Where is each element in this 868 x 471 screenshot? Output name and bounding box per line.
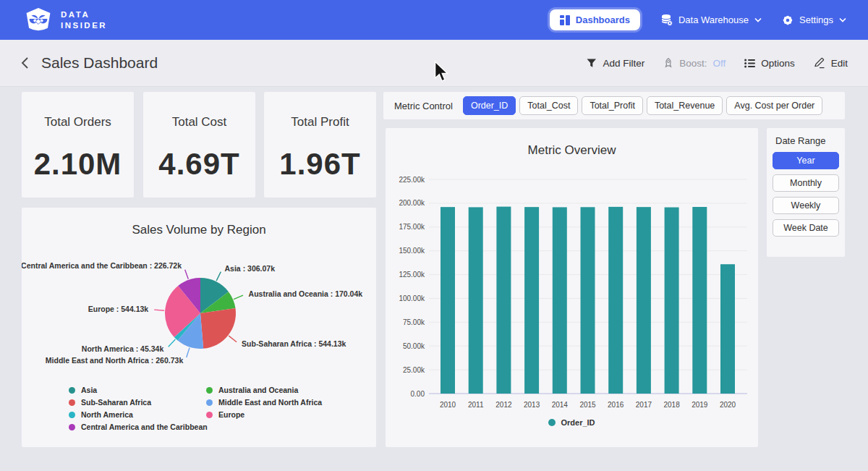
sales-volume-chart-card: Sales Volume by Region Asia : 306.07kAus…: [22, 208, 376, 447]
chevron-down-icon: [839, 17, 846, 22]
metric-option-avg-cost-per-order[interactable]: Avg. Cost per Order: [726, 96, 822, 115]
kpi-card-total-orders: Total Orders 2.10M: [22, 92, 134, 198]
legend-dot: [69, 412, 75, 418]
list-options-icon: [744, 59, 755, 68]
legend-label: Sub-Saharan Africa: [81, 398, 151, 407]
svg-text:200.00k: 200.00k: [399, 199, 425, 207]
app-screen: DATA INSIDER Dashboards: [0, 0, 868, 471]
top-nav: DATA INSIDER Dashboards: [0, 0, 868, 40]
svg-text:2014: 2014: [552, 401, 569, 409]
edit-button[interactable]: Edit: [814, 57, 848, 69]
pie-chart-title: Sales Volume by Region: [22, 223, 376, 237]
metric-option-total-revenue[interactable]: Total_Revenue: [647, 96, 723, 115]
pencil-icon: [814, 57, 825, 69]
kpi-value: 4.69T: [158, 147, 239, 182]
logo-text: DATA INSIDER: [61, 9, 107, 31]
legend-label: Middle East and North Africa: [218, 398, 322, 407]
settings-label: Settings: [799, 14, 833, 25]
add-filter-button[interactable]: Add Filter: [587, 58, 644, 69]
pie-legend-item: North America: [69, 410, 208, 419]
legend-label: Europe: [218, 410, 244, 419]
app-logo: DATA INSIDER: [25, 7, 107, 33]
boost-toggle[interactable]: Boost: Off: [663, 58, 726, 69]
svg-text:2019: 2019: [692, 401, 708, 409]
date-range-year[interactable]: Year: [773, 152, 839, 169]
metric-option-order-id[interactable]: Order_ID: [463, 96, 516, 115]
legend-label: Asia: [81, 386, 97, 394]
settings-menu[interactable]: Settings: [782, 14, 846, 26]
metric-option-total-profit[interactable]: Total_Profit: [582, 96, 643, 115]
svg-text:175.00k: 175.00k: [399, 223, 425, 231]
page-title: Sales Dashboard: [41, 54, 158, 72]
dashboards-label: Dashboards: [576, 14, 630, 25]
legend-label: Order_ID: [561, 418, 595, 427]
dashboards-button[interactable]: Dashboards: [550, 9, 640, 30]
svg-text:75.00k: 75.00k: [403, 318, 425, 326]
svg-text:2015: 2015: [579, 401, 596, 409]
pie-label: Australia and Oceania : 170.04k: [249, 289, 363, 298]
kpi-label: Total Profit: [291, 115, 349, 130]
pie-label: Central America and the Caribbean : 226.…: [22, 261, 182, 270]
legend-label: Australia and Oceania: [218, 386, 298, 394]
bar-chart-title: Metric Overview: [386, 143, 758, 158]
data-warehouse-menu[interactable]: Data Warehouse: [660, 14, 762, 26]
metric-option-total-cost[interactable]: Total_Cost: [519, 96, 578, 115]
metric-control-bar: Metric Control Order_ID Total_Cost Total…: [383, 92, 845, 119]
svg-text:150.00k: 150.00k: [399, 247, 425, 255]
svg-text:225.00k: 225.00k: [399, 176, 425, 184]
metric-overview-chart-card: Metric Overview 0.0025.00k50.00k75.00k10…: [386, 128, 758, 447]
kpi-card-total-cost: Total Cost 4.69T: [143, 92, 255, 198]
svg-text:2016: 2016: [608, 401, 624, 409]
pie-legend-item: Sub-Saharan Africa: [69, 398, 208, 407]
svg-text:2011: 2011: [468, 401, 484, 409]
kpi-value: 2.10M: [34, 147, 122, 182]
gear-icon: [782, 14, 793, 26]
date-range-weekly[interactable]: Weekly: [773, 197, 839, 214]
dashboards-grid-icon: [560, 15, 570, 25]
pie-legend-item: Europe: [206, 410, 322, 419]
svg-text:25.00k: 25.00k: [403, 366, 425, 374]
kpi-value: 1.96T: [279, 147, 360, 182]
svg-text:0.00: 0.00: [411, 390, 425, 398]
legend-dot: [69, 424, 75, 430]
options-button[interactable]: Options: [744, 58, 795, 69]
kpi-card-total-profit: Total Profit 1.96T: [264, 92, 376, 198]
pie-label: Sub-Saharan Africa : 544.13k: [242, 339, 346, 348]
boost-status: Off: [712, 58, 726, 69]
legend-dot: [69, 387, 75, 394]
date-range-week-date[interactable]: Week Date: [773, 219, 839, 237]
legend-dot: [206, 412, 213, 418]
legend-label: Central America and the Caribbean: [81, 423, 208, 431]
date-range-label: Date Range: [775, 135, 839, 146]
owl-logo-icon: [25, 7, 52, 33]
svg-text:2020: 2020: [720, 401, 736, 409]
legend-label: North America: [81, 410, 133, 419]
chevron-down-icon: [754, 17, 762, 22]
bar-chart: 0.0025.00k50.00k75.00k100.00k125.00k150.…: [386, 128, 758, 447]
svg-text:2013: 2013: [524, 401, 540, 409]
metric-control-label: Metric Control: [394, 101, 453, 111]
rocket-icon: [663, 58, 673, 68]
data-warehouse-label: Data Warehouse: [678, 14, 749, 25]
pie-legend-column-1: AsiaSub-Saharan AfricaNorth AmericaCentr…: [69, 386, 208, 431]
pie-legend-item: Asia: [69, 386, 208, 394]
date-range-panel: Date Range Year Monthly Weekly Week Date: [767, 128, 845, 257]
pie-label: North America : 45.34k: [82, 344, 164, 353]
pie-label: Europe : 544.13k: [88, 305, 149, 313]
database-icon: [660, 14, 673, 26]
pie-legend-item: Central America and the Caribbean: [69, 423, 208, 431]
svg-text:2017: 2017: [636, 401, 652, 409]
svg-text:2012: 2012: [495, 401, 512, 409]
legend-dot: [206, 387, 213, 394]
pie-label: Asia : 306.07k: [225, 264, 276, 273]
date-range-monthly[interactable]: Monthly: [773, 174, 839, 192]
kpi-label: Total Orders: [44, 115, 111, 130]
pie-legend-item: Australia and Oceania: [206, 386, 322, 394]
pie-label: Middle East and North Africa : 260.73k: [46, 356, 184, 365]
svg-text:2018: 2018: [663, 401, 680, 409]
bar-chart-legend: Order_ID: [386, 418, 758, 427]
back-button[interactable]: [20, 56, 30, 69]
page-header: Sales Dashboard Add Filter Boost: Off: [0, 40, 868, 87]
svg-text:50.00k: 50.00k: [403, 342, 425, 350]
svg-text:125.00k: 125.00k: [399, 271, 425, 279]
